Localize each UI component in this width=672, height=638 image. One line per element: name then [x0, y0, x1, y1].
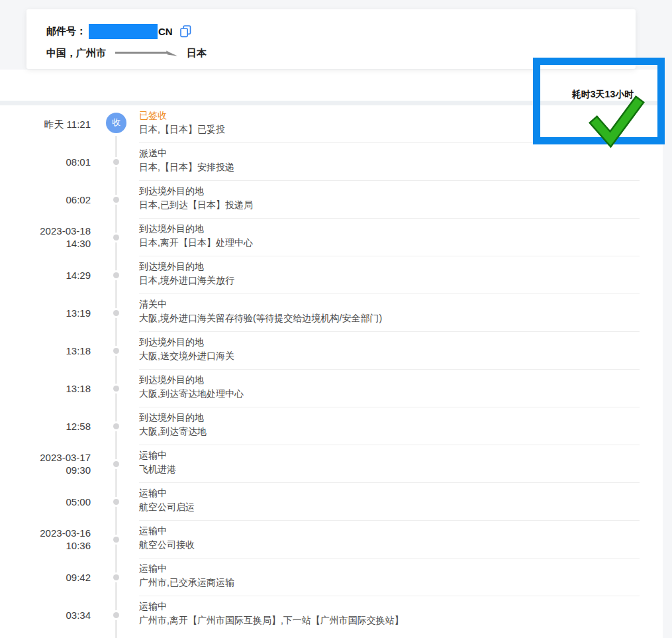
event-description: 大阪,到达寄达地处理中心 — [139, 387, 672, 400]
event-status: 运输中 — [139, 562, 672, 575]
success-checkmark-icon — [588, 99, 641, 150]
event-description: 日本,境外进口海关放行 — [139, 274, 672, 287]
event-time: 2023-03-1709:30 — [0, 451, 91, 478]
duration-annotation-box: 耗时3天13小时 — [533, 58, 665, 144]
timeline-dot-icon — [113, 461, 119, 467]
timeline-dot-icon — [113, 499, 119, 505]
tracking-event-row: 2023-03-1610:36运输中航空公司接收 — [0, 521, 672, 558]
event-description: 广州市,已交承运商运输 — [139, 576, 672, 589]
tracking-event-row: 2023-03-1709:30运输中飞机进港 — [0, 445, 672, 483]
tracking-event-row: 13:18到达境外目的地大阪,到达寄达地处理中心 — [0, 370, 672, 407]
event-status: 运输中 — [139, 449, 672, 462]
timeline-dot-icon — [113, 423, 119, 429]
received-badge: 收 — [106, 113, 126, 133]
event-description: 大阪,境外进口海关留存待验(等待提交给边境机构/安全部门) — [139, 311, 672, 325]
event-content: 运输中航空公司接收 — [139, 521, 672, 551]
timeline-dot-icon — [113, 537, 119, 543]
mail-number-suffix: CN — [158, 26, 173, 37]
event-status: 到达境外目的地 — [139, 222, 672, 235]
tracking-event-row: 08:01派送中日本,【日本】安排投递 — [0, 143, 672, 181]
timeline-list: 昨天 11:21收已签收日本,【日本】已妥投08:01派送中日本,【日本】安排投… — [0, 105, 672, 634]
tracking-event-row: 2023-03-1814:30到达境外目的地日本,离开【日本】处理中心 — [0, 219, 672, 256]
event-status: 到达境外目的地 — [139, 411, 672, 424]
tracking-event-row: 03:34运输中广州市,离开【广州市国际互换局】,下一站【广州市国际交换站】 — [0, 596, 672, 634]
event-description: 广州市,离开【广州市国际互换局】,下一站【广州市国际交换站】 — [139, 613, 672, 627]
event-status: 运输中 — [139, 524, 672, 537]
timeline-dot-icon — [113, 197, 119, 203]
event-time: 03:34 — [0, 609, 91, 622]
event-description: 日本,【日本】安排投递 — [139, 160, 672, 174]
timeline-dot-icon — [113, 159, 119, 165]
event-description: 航空公司启运 — [139, 500, 672, 513]
event-description: 航空公司接收 — [139, 538, 672, 551]
tracking-event-row: 09:42运输中广州市,已交承运商运输 — [0, 558, 672, 596]
copy-icon[interactable] — [180, 25, 191, 38]
route-arrow-icon — [114, 48, 179, 58]
event-description: 大阪,到达寄达地 — [139, 425, 672, 438]
event-content: 清关中大阪,境外进口海关留存待验(等待提交给边境机构/安全部门) — [139, 294, 672, 325]
timeline-dot-icon — [113, 574, 119, 580]
event-content: 到达境外目的地日本,已到达【日本】投递局 — [139, 181, 672, 211]
event-content: 运输中广州市,离开【广州市国际互换局】,下一站【广州市国际交换站】 — [139, 596, 672, 627]
event-content: 到达境外目的地日本,境外进口海关放行 — [139, 256, 672, 287]
event-description: 日本,已到达【日本】投递局 — [139, 198, 672, 211]
tracking-page: 邮件号： CN 中国，广州市 日本 昨天 11:21收已签收日本 — [0, 0, 672, 638]
event-content: 到达境外目的地大阪,到达寄达地 — [139, 407, 672, 438]
event-description: 飞机进港 — [139, 462, 672, 476]
event-status: 运输中 — [139, 486, 672, 500]
event-time: 昨天 11:21 — [0, 118, 91, 131]
event-content: 运输中航空公司启运 — [139, 483, 672, 513]
event-content: 运输中广州市,已交承运商运输 — [139, 558, 672, 589]
event-time: 2023-03-1814:30 — [0, 225, 91, 251]
mail-number-row: 邮件号： CN — [46, 23, 191, 40]
event-content: 到达境外目的地大阪,到达寄达地处理中心 — [139, 370, 672, 400]
timeline-section: 昨天 11:21收已签收日本,【日本】已妥投08:01派送中日本,【日本】安排投… — [0, 105, 672, 638]
timeline-dot-icon — [113, 386, 119, 392]
event-status: 到达境外目的地 — [139, 373, 672, 386]
event-time: 06:02 — [0, 193, 91, 207]
tracking-event-row: 13:19清关中大阪,境外进口海关留存待验(等待提交给边境机构/安全部门) — [0, 294, 672, 332]
tracking-event-row: 12:58到达境外目的地大阪,到达寄达地 — [0, 407, 672, 445]
mail-number-label: 邮件号： — [46, 25, 86, 38]
event-content: 到达境外目的地日本,离开【日本】处理中心 — [139, 219, 672, 249]
tracking-event-row: 13:18到达境外目的地大阪,送交境外进口海关 — [0, 332, 672, 370]
mail-number-redacted — [89, 24, 158, 39]
timeline-dot-icon — [113, 612, 119, 618]
event-time: 13:19 — [0, 307, 91, 320]
event-time: 08:01 — [0, 156, 91, 169]
event-status: 运输中 — [139, 600, 672, 613]
route-origin: 中国，广州市 — [46, 47, 106, 60]
event-time: 05:00 — [0, 496, 91, 509]
timeline-dot-icon — [113, 310, 119, 316]
event-status: 到达境外目的地 — [139, 260, 672, 273]
route-destination: 日本 — [187, 47, 207, 60]
tracking-event-row: 14:29到达境外目的地日本,境外进口海关放行 — [0, 256, 672, 294]
event-time: 14:29 — [0, 269, 91, 282]
event-description: 日本,离开【日本】处理中心 — [139, 236, 672, 249]
event-status: 到达境外目的地 — [139, 335, 672, 348]
event-time: 13:18 — [0, 345, 91, 358]
route-row: 中国，广州市 日本 — [46, 46, 207, 60]
tracking-event-row: 06:02到达境外目的地日本,已到达【日本】投递局 — [0, 181, 672, 219]
timeline-dot-icon — [113, 348, 119, 354]
timeline-dot-icon — [113, 272, 119, 278]
event-description: 大阪,送交境外进口海关 — [139, 349, 672, 362]
event-time: 2023-03-1610:36 — [0, 527, 91, 553]
event-time: 13:18 — [0, 382, 91, 396]
event-status: 清关中 — [139, 297, 672, 311]
event-time: 12:58 — [0, 420, 91, 433]
event-time: 09:42 — [0, 571, 91, 584]
event-status: 到达境外目的地 — [139, 184, 672, 197]
tracking-event-row: 05:00运输中航空公司启运 — [0, 483, 672, 521]
event-content: 运输中飞机进港 — [139, 445, 672, 476]
timeline-dot-icon — [113, 235, 119, 240]
event-content: 到达境外目的地大阪,送交境外进口海关 — [139, 332, 672, 362]
